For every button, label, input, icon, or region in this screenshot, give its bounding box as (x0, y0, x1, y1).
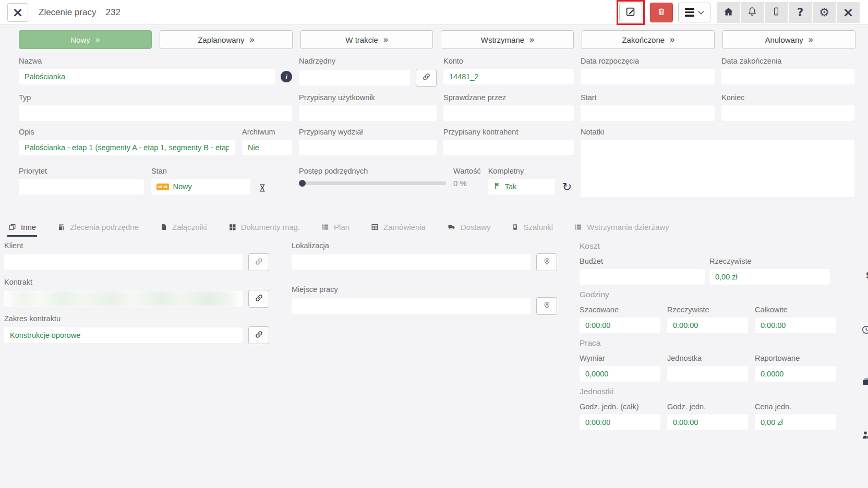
hourglass-icon[interactable] (258, 182, 267, 193)
field-godz-jedn-calk: Godz. jedn. (całk) (580, 402, 660, 430)
field-konto: Konto (443, 57, 574, 87)
field-kompletny: Kompletny Tak (488, 167, 555, 194)
close-icon: × (13, 6, 23, 19)
kompletny-value-box[interactable]: Tak (488, 179, 555, 194)
nadrzedny-input[interactable] (299, 70, 410, 86)
kompletny-value: Tak (505, 182, 517, 191)
inne-tab-panel: Klient Kontrakt Zakres kontraktu Lokaliz… (0, 237, 868, 430)
table-icon (371, 223, 379, 231)
progress-handle[interactable] (299, 180, 306, 187)
tab-dokumenty-mag[interactable]: Dokumenty mag. (227, 219, 301, 237)
stan-value: Nowy (173, 182, 191, 191)
field-nadrzedny: Nadrzędny (299, 57, 437, 87)
tab-plan[interactable]: Plan (320, 219, 351, 237)
lokalizacja-map-button[interactable] (536, 253, 557, 271)
miejsce-pracy-input[interactable] (292, 298, 531, 314)
notifications-button[interactable] (741, 2, 764, 23)
nadrzedny-link-button[interactable] (416, 69, 437, 87)
stan-value-box[interactable]: NEW Nowy (151, 179, 250, 194)
opis-input[interactable] (19, 140, 235, 155)
tab-zlecenia-podrzedne[interactable]: Zlecenia podrzędne (56, 219, 140, 237)
przypisany-kontrahent-input[interactable] (443, 140, 574, 155)
building-flag-icon (57, 223, 65, 231)
home-button[interactable] (717, 2, 740, 23)
hamburger-icon (685, 8, 694, 17)
start-input[interactable] (581, 105, 715, 121)
kontrakt-field[interactable] (4, 291, 243, 307)
info-icon[interactable]: i (281, 71, 292, 82)
tab-zamowienia[interactable]: Zamówienia (370, 219, 427, 237)
tab-szalunki[interactable]: Szalunki (511, 219, 554, 237)
typ-input[interactable] (19, 105, 292, 121)
question-icon: ? (797, 6, 803, 19)
godz-jedn-calk-input[interactable] (580, 414, 660, 430)
tab-inne[interactable]: Inne (7, 219, 37, 237)
tab-zalaczniki[interactable]: Załączniki (159, 219, 208, 237)
progress-row: Postęp podrzędnych Wartość 0 % Kompletny… (299, 167, 574, 199)
field-zakres-kontraktu: Zakres kontraktu (4, 314, 269, 344)
double-arrow-icon: » (809, 35, 813, 44)
help-button[interactable]: ? (789, 2, 812, 23)
field-godziny-rzeczywiste: Rzeczywiste (667, 306, 748, 333)
tab-wstrzymania-dzierzawy[interactable]: Wstrzymania dzierżawy (573, 219, 670, 237)
konto-input[interactable] (443, 69, 574, 84)
lokalizacja-input[interactable] (292, 254, 531, 270)
raportowane-input[interactable] (755, 366, 836, 382)
priorytet-input[interactable] (19, 179, 144, 194)
godz-jedn-input[interactable] (667, 414, 748, 430)
field-koniec: Koniec (721, 93, 854, 121)
zakres-link-button[interactable] (248, 326, 269, 344)
status-button-zaplanowany[interactable]: Zaplanowany» (160, 30, 293, 49)
map-pin-icon (543, 301, 551, 311)
field-data-rozpoczecia: Data rozpoczęcia (581, 57, 715, 87)
field-start: Start (581, 93, 715, 121)
grid-squares-icon (228, 223, 236, 231)
status-button-wstrzymane[interactable]: Wstrzymane» (441, 30, 574, 49)
tab-dostawy[interactable]: Dostawy (446, 219, 492, 237)
data-zakonczenia-input[interactable] (721, 69, 854, 84)
cena-jedn-input[interactable] (755, 414, 836, 430)
list-icon (574, 223, 582, 231)
edit-button[interactable] (619, 3, 642, 22)
status-button-zakonczone[interactable]: Zakończone» (582, 30, 715, 49)
actions-menu-button[interactable] (678, 3, 710, 22)
settings-button[interactable]: ⚙ (813, 2, 836, 23)
record-id: 232 (106, 7, 120, 18)
szacowane-input[interactable] (580, 318, 660, 333)
godziny-rzeczywiste-input[interactable] (667, 318, 748, 333)
nazwa-input[interactable] (19, 69, 275, 84)
mobile-icon (771, 6, 781, 18)
truck-icon (447, 223, 456, 231)
status-button-anulowany[interactable]: Anulowany» (722, 30, 855, 49)
archiwum-input[interactable] (242, 140, 292, 155)
jednostka-input[interactable] (667, 366, 748, 382)
klient-input[interactable] (4, 254, 243, 270)
zakres-kontraktu-input[interactable] (4, 327, 243, 343)
koszt-rzeczywiste-input[interactable] (709, 269, 830, 285)
calkowite-input[interactable] (755, 318, 836, 333)
data-rozpoczecia-input[interactable] (581, 69, 715, 84)
koniec-input[interactable] (721, 105, 854, 121)
mobile-button[interactable] (765, 2, 788, 23)
home-icon (723, 6, 734, 19)
miejsce-pracy-map-button[interactable] (536, 297, 557, 315)
przypisany-uzytkownik-input[interactable] (299, 105, 437, 121)
budzet-input[interactable] (580, 269, 705, 285)
refresh-icon[interactable]: ↻ (562, 180, 572, 193)
detail-tabs: Inne Zlecenia podrzędne Załączniki Dokum… (0, 219, 868, 237)
sprawdzane-przez-input[interactable] (443, 105, 574, 121)
notatki-textarea[interactable] (581, 140, 854, 197)
wymiar-input[interactable] (580, 366, 660, 382)
status-button-w-trakcie[interactable]: W trakcie» (300, 30, 433, 49)
klient-link-button[interactable] (248, 253, 269, 271)
panel-left-column: Klient Kontrakt Zakres kontraktu (4, 241, 269, 430)
close-window-button[interactable]: × (837, 2, 860, 23)
postep-progressbar[interactable] (299, 181, 446, 185)
field-przypisany-wydzial: Przypisany wydział (299, 128, 437, 160)
delete-button[interactable] (650, 3, 673, 22)
building-icon (512, 223, 519, 231)
status-button-nowy[interactable]: Nowy» (19, 30, 152, 49)
przypisany-wydzial-input[interactable] (299, 140, 437, 155)
close-record-button[interactable]: × (7, 3, 28, 22)
kontrakt-link-button[interactable] (248, 290, 269, 308)
